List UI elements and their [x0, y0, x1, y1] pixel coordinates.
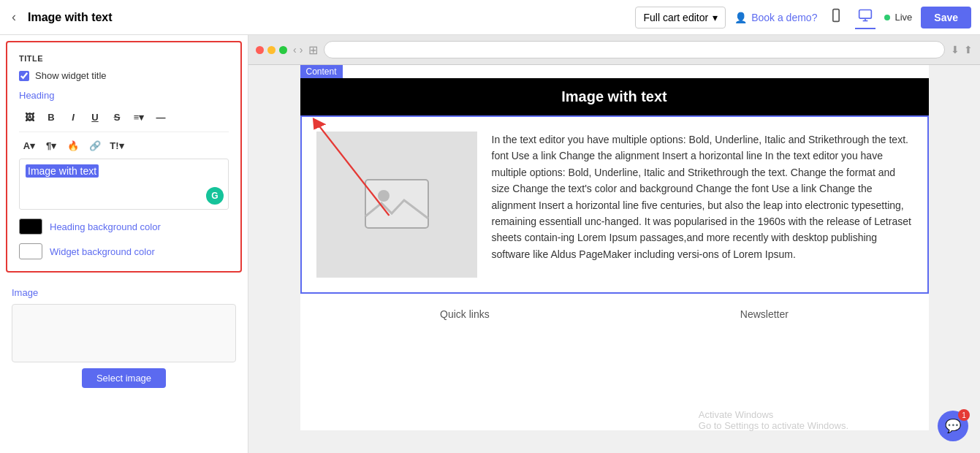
link-btn[interactable]: 🔗	[85, 135, 105, 156]
save-button[interactable]: Save	[921, 7, 971, 28]
header: ‹ Image with text Full cart editor ▾ 👤 B…	[0, 0, 980, 35]
nav-forward-icon[interactable]: ›	[300, 44, 303, 56]
image-placeholder-inner	[364, 178, 430, 232]
browser-chrome: ‹ › ⊞ ⬇ ⬆	[248, 35, 980, 65]
heading-section-label: Heading	[19, 90, 229, 101]
italic-btn[interactable]: I	[63, 107, 83, 127]
image-section-label: Image	[12, 287, 236, 298]
strikethrough-btn[interactable]: S	[107, 107, 127, 127]
insert-image-btn[interactable]: 🖼	[19, 107, 39, 127]
minimize-window-button[interactable]	[267, 46, 276, 54]
show-widget-title-checkbox[interactable]	[19, 71, 29, 81]
svg-point-6	[378, 190, 390, 202]
download-icon[interactable]: ⬇	[951, 44, 960, 56]
browser-actions: ⬇ ⬆	[951, 44, 973, 56]
editor-toolbar-row1: 🖼 B I U S ≡▾ —	[19, 107, 229, 132]
chat-bubble[interactable]: 💬 1	[938, 411, 968, 441]
image-section: Image Select image	[0, 278, 248, 397]
left-panel: TITLE Show widget title Heading 🖼 B I U …	[0, 35, 248, 453]
desktop-view-button[interactable]	[855, 5, 875, 29]
widget-heading: Image with text	[300, 78, 929, 115]
page-title: Image with text	[28, 11, 113, 24]
share-icon[interactable]: ⬆	[964, 44, 973, 56]
grammarly-icon: G	[206, 187, 224, 205]
address-bar[interactable]	[324, 41, 945, 58]
cart-editor-dropdown[interactable]: Full cart editor ▾	[635, 7, 726, 28]
maximize-window-button[interactable]	[279, 46, 287, 54]
mobile-view-button[interactable]	[826, 5, 846, 29]
user-icon: 👤	[734, 12, 747, 23]
divider-btn[interactable]: —	[151, 107, 171, 127]
svg-rect-0	[833, 9, 839, 22]
heading-bg-color-swatch[interactable]	[19, 218, 42, 235]
back-button[interactable]: ‹	[9, 7, 19, 28]
content-tab-label: Content	[300, 65, 929, 78]
cart-editor-label: Full cart editor	[643, 12, 708, 23]
show-widget-title-row: Show widget title	[19, 70, 229, 81]
traffic-lights	[256, 46, 287, 54]
tab-icon[interactable]: ⊞	[308, 43, 318, 57]
font-color-btn[interactable]: A▾	[19, 135, 39, 156]
preview-content: Content Image with text In	[300, 65, 929, 430]
text-editor-area[interactable]: Image with text G	[19, 159, 229, 210]
show-widget-title-label: Show widget title	[35, 70, 107, 81]
widget-body: In the text editor you have multiple opt…	[300, 115, 929, 294]
title-heading-section: TITLE Show widget title Heading 🖼 B I U …	[6, 41, 242, 273]
nav-back-icon[interactable]: ‹	[293, 44, 297, 56]
browser-tabs: ⊞	[308, 43, 318, 57]
widget-bg-color-row: Widget background color	[19, 243, 229, 259]
widget-bg-color-swatch[interactable]	[19, 243, 42, 259]
newsletter-label: Newsletter	[740, 308, 789, 320]
browser-nav: ‹ ›	[293, 44, 303, 56]
widget-bg-color-label[interactable]: Widget background color	[50, 246, 155, 257]
close-window-button[interactable]	[256, 46, 264, 54]
widget-image-placeholder	[316, 132, 477, 278]
svg-rect-2	[859, 10, 872, 19]
dropdown-chevron-icon: ▾	[713, 12, 718, 23]
bold-btn[interactable]: B	[41, 107, 61, 127]
highlight-btn[interactable]: 🔥	[63, 135, 83, 156]
footer-links: Quick links Newsletter	[300, 294, 929, 335]
editor-toolbar-row2: A▾ ¶▾ 🔥 🔗 T!▾	[19, 135, 229, 156]
widget-text: In the text editor you have multiple opt…	[492, 132, 913, 278]
title-section-label: TITLE	[19, 54, 229, 63]
paragraph-btn[interactable]: ¶▾	[41, 135, 61, 156]
quick-links-label: Quick links	[440, 308, 490, 320]
book-demo-button[interactable]: 👤 Book a demo?	[734, 12, 817, 23]
right-panel: ‹ › ⊞ ⬇ ⬆ Content Image with text	[248, 35, 980, 453]
live-indicator: Live	[884, 12, 912, 23]
align-btn[interactable]: ≡▾	[129, 107, 149, 127]
underline-btn[interactable]: U	[85, 107, 105, 127]
main-layout: TITLE Show widget title Heading 🖼 B I U …	[0, 35, 980, 453]
chat-badge: 1	[958, 409, 970, 421]
chat-icon: 💬	[945, 418, 961, 434]
view-toggle	[826, 5, 875, 29]
svg-rect-5	[365, 180, 428, 228]
heading-bg-color-label[interactable]: Heading background color	[50, 221, 161, 232]
heading-bg-color-row: Heading background color	[19, 218, 229, 235]
select-image-button[interactable]: Select image	[82, 368, 166, 388]
live-dot	[884, 15, 890, 20]
format-btn[interactable]: T!▾	[107, 135, 127, 156]
image-preview-box	[12, 304, 236, 362]
editor-selected-text: Image with text	[26, 164, 99, 178]
